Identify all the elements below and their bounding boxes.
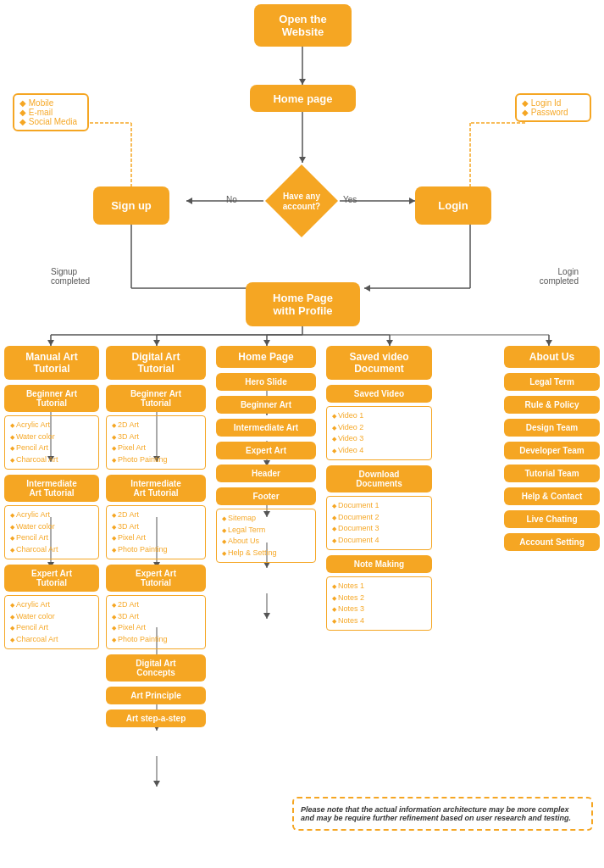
header-col: Header bbox=[216, 465, 316, 482]
account-setting: Account Setting bbox=[504, 533, 600, 551]
live-chating: Live Chating bbox=[504, 510, 600, 528]
yes-label: Yes bbox=[343, 195, 357, 204]
password-label: ◆ Password bbox=[522, 108, 585, 117]
login-completed-label: Logincompleted bbox=[540, 267, 579, 286]
developer-team: Developer Team bbox=[504, 442, 600, 459]
help-contact: Help & Contact bbox=[504, 487, 600, 505]
tutorial-team: Tutorial Team bbox=[504, 465, 600, 482]
svg-marker-7 bbox=[409, 198, 415, 204]
rule-policy: Rule & Policy bbox=[504, 396, 600, 414]
svg-marker-3 bbox=[299, 157, 306, 163]
svg-marker-1 bbox=[299, 79, 306, 85]
sign-up-box: Sign up bbox=[93, 186, 169, 225]
home-page-column: Home Page Hero Slide Beginner Art Interm… bbox=[216, 346, 316, 563]
manual-art-column: Manual ArtTutorial Beginner ArtTutorial … bbox=[4, 346, 99, 649]
intermediate-art-col: Intermediate Art bbox=[216, 419, 316, 437]
home-page-profile-box: Home Page with Profile bbox=[246, 282, 360, 326]
expert-art-tutorial-1: Expert ArtTutorial bbox=[4, 565, 99, 592]
right-sidebar-box: ◆ Login Id ◆ Password bbox=[515, 93, 591, 122]
intermediate-art-tutorial-1: IntermediateArt Tutorial bbox=[4, 475, 99, 502]
intermediate-art-sub-1: Acrylic Art Water color Pencil Art Charc… bbox=[4, 505, 99, 559]
svg-marker-55 bbox=[263, 562, 270, 568]
beginner-art-tutorial-2: Beginner ArtTutorial bbox=[106, 385, 206, 412]
saved-video-header: Saved videoDocument bbox=[326, 346, 432, 380]
no-label: No bbox=[226, 195, 237, 204]
expert-art-tutorial-2: Expert ArtTutorial bbox=[106, 565, 206, 592]
svg-marker-13 bbox=[364, 285, 370, 292]
beginner-art-sub-2: 2D Art 3D Art Pixel Art Photo Painting bbox=[106, 415, 206, 470]
svg-marker-47 bbox=[153, 781, 160, 787]
art-principle: Art Principle bbox=[106, 687, 206, 704]
legal-term: Legal Term bbox=[504, 373, 600, 391]
intermediate-art-sub-2: 2D Art 3D Art Pixel Art Photo Painting bbox=[106, 505, 206, 559]
manual-art-header: Manual ArtTutorial bbox=[4, 346, 99, 380]
digital-art-column: Digital ArtTutorial Beginner ArtTutorial… bbox=[106, 346, 206, 727]
download-sub: Document 1 Document 2 Document 3 Documen… bbox=[326, 496, 432, 550]
beginner-art-sub-1: Acrylic Art Water color Pencil Art Charc… bbox=[4, 415, 99, 470]
saved-video-sub: Video 1 Video 2 Video 3 Video 4 bbox=[326, 406, 432, 460]
social-media-label: ◆ Social Media bbox=[19, 117, 82, 126]
download-documents: DownloadDocuments bbox=[326, 465, 432, 492]
note-box: Please note that the actual information … bbox=[292, 797, 593, 831]
note-text: Please note that the actual information … bbox=[301, 805, 571, 822]
home-page-col-header: Home Page bbox=[216, 346, 316, 368]
note-making: Note Making bbox=[326, 555, 432, 573]
saved-video-item: Saved Video bbox=[326, 385, 432, 403]
svg-marker-26 bbox=[386, 340, 393, 346]
email-label: ◆ E-mail bbox=[19, 108, 82, 117]
digital-art-header: Digital ArtTutorial bbox=[106, 346, 206, 380]
footer-col: Footer bbox=[216, 487, 316, 505]
diamond-text: Have any account? bbox=[268, 191, 335, 211]
beginner-art-tutorial-1: Beginner ArtTutorial bbox=[4, 385, 99, 412]
design-team: Design Team bbox=[504, 419, 600, 437]
intermediate-art-tutorial-2: IntermediateArt Tutorial bbox=[106, 475, 206, 502]
expert-art-col: Expert Art bbox=[216, 442, 316, 459]
open-website-box: Open the Website bbox=[254, 4, 352, 47]
about-us-header: About Us bbox=[504, 346, 600, 368]
mobile-label: ◆ Mobile bbox=[19, 98, 82, 108]
svg-marker-23 bbox=[263, 340, 270, 346]
saved-video-column: Saved videoDocument Saved Video Video 1 … bbox=[326, 346, 432, 631]
login-box: Login bbox=[415, 186, 491, 225]
digital-art-concepts: Digital ArtConcepts bbox=[106, 654, 206, 682]
hero-slide: Hero Slide bbox=[216, 373, 316, 391]
footer-sub: Sitemap Legal Term About Us Help & Setti… bbox=[216, 509, 316, 563]
svg-marker-29 bbox=[546, 340, 552, 346]
signup-completed-label: Signupcompleted bbox=[51, 267, 90, 286]
left-sidebar-box: ◆ Mobile ◆ E-mail ◆ Social Media bbox=[13, 93, 89, 131]
login-id-label: ◆ Login Id bbox=[522, 98, 585, 108]
note-sub: Notes 1 Notes 2 Notes 3 Notes 4 bbox=[326, 576, 432, 631]
home-page-box: Home page bbox=[250, 85, 356, 112]
svg-marker-57 bbox=[263, 613, 270, 619]
svg-marker-5 bbox=[186, 198, 192, 204]
art-step-a-step: Art step-a-step bbox=[106, 709, 206, 727]
about-us-column: About Us Legal Term Rule & Policy Design… bbox=[504, 346, 600, 551]
expert-art-sub-1: Acrylic Art Water color Pencil Art Charc… bbox=[4, 595, 99, 649]
have-account-diamond: Have any account? bbox=[263, 163, 340, 239]
svg-marker-20 bbox=[153, 340, 160, 346]
expert-art-sub-2: 2D Art 3D Art Pixel Art Photo Painting bbox=[106, 595, 206, 649]
beginner-art-col: Beginner Art bbox=[216, 396, 316, 414]
svg-marker-17 bbox=[47, 340, 54, 346]
